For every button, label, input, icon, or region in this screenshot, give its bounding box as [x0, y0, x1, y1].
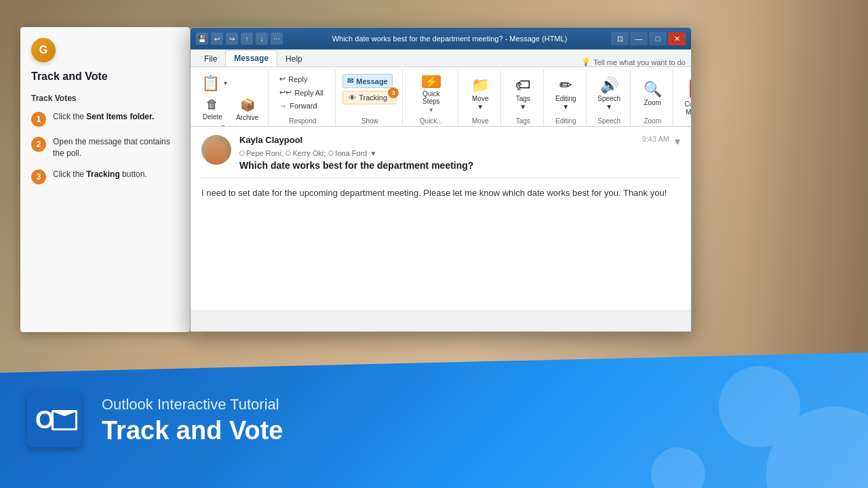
- customer-buttons: C CustomerManager: [680, 70, 691, 123]
- customer-manager-icon: C: [690, 79, 691, 98]
- reply-button[interactable]: ↩ Reply: [275, 73, 330, 85]
- respond-group-label: Respond: [289, 116, 316, 126]
- window-controls: ⊡ — □ ✕: [611, 32, 686, 45]
- email-recipients: Pepe Roni; Kerry Oki; Iona Ford ▼: [239, 149, 680, 157]
- ribbon-group-customer: C CustomerManager: [675, 70, 691, 126]
- move-icon: 📁: [471, 78, 490, 93]
- show-buttons: ✉ Message 👁 Tracking 3: [342, 70, 397, 116]
- tab-message[interactable]: Message: [225, 50, 277, 66]
- paste-button[interactable]: 📋 ▼: [199, 73, 231, 94]
- quick-steps-label: QuickSteps: [422, 90, 440, 105]
- paste-icon: 📋: [201, 75, 220, 92]
- move-button[interactable]: 📁 Move▼: [465, 73, 495, 116]
- recipient-dot-3: [328, 150, 334, 156]
- quick-steps-dropdown: ▼: [429, 107, 434, 113]
- maximize-button[interactable]: □: [649, 32, 667, 45]
- zoom-icon: 🔍: [644, 82, 662, 97]
- recipient-2: Kerry Oki;: [285, 149, 326, 157]
- zoom-buttons: 🔍 Zoom: [637, 70, 667, 116]
- more-icon[interactable]: ⋯: [271, 33, 283, 45]
- reply-all-button[interactable]: ↩↩ Reply All: [275, 86, 330, 99]
- decor-circle-3: [651, 447, 705, 488]
- tracking-badge: 3: [388, 87, 399, 98]
- redo-icon[interactable]: ↪: [226, 33, 238, 45]
- message-show-label: Message: [356, 77, 387, 85]
- undo-icon[interactable]: ↩: [211, 33, 223, 45]
- tell-me-text: Tell me what you want to do: [593, 58, 686, 66]
- move-buttons: 📁 Move▼: [465, 70, 495, 116]
- panel-subtitle: Track Votes: [31, 94, 179, 103]
- respond-buttons: ↩ Reply ↩↩ Reply All → Forward: [275, 70, 330, 116]
- tags-icon: 🏷: [515, 78, 530, 93]
- zoom-button[interactable]: 🔍 Zoom: [637, 73, 667, 116]
- archive-label: Archive: [236, 114, 258, 121]
- tell-me-bar[interactable]: 💡 Tell me what you want to do: [581, 58, 686, 66]
- down-icon[interactable]: ↓: [256, 33, 268, 45]
- tags-button[interactable]: 🏷 Tags▼: [508, 73, 538, 116]
- outlook-envelope-icon: [52, 410, 77, 430]
- decor-circle-2: [719, 366, 800, 447]
- speech-icon: 🔊: [600, 78, 618, 93]
- forward-icon: →: [279, 102, 287, 110]
- resize-icon[interactable]: ⊡: [611, 32, 629, 45]
- quick-steps-button[interactable]: ⚡ QuickSteps ▼: [416, 73, 446, 116]
- banner-text: Outlook Interactive Tutorial Track and V…: [102, 396, 283, 445]
- sender-name: Kayla Claypool: [239, 135, 302, 145]
- forward-button[interactable]: → Forward: [275, 100, 330, 112]
- ribbon-group-delete: 📋 ▼ 🗑 Delete 📦 Archive Delete: [193, 70, 269, 126]
- zoom-label: Zoom: [644, 99, 661, 107]
- title-bar-icons: 💾 ↩ ↪ ↑ ↓ ⋯: [196, 33, 283, 45]
- tags-group-label: Tags: [516, 116, 530, 126]
- tags-label: Tags▼: [516, 95, 530, 111]
- speech-button[interactable]: 🔊 Speech▼: [593, 73, 625, 116]
- avatar-image: [206, 140, 226, 165]
- step-1: 1 Click the Sent Items folder.: [31, 111, 179, 127]
- step-number-3: 3: [31, 169, 46, 184]
- ribbon-group-zoom: 🔍 Zoom Zoom: [632, 70, 673, 126]
- message-show-button[interactable]: ✉ Message: [342, 74, 392, 88]
- minimize-button[interactable]: —: [630, 32, 648, 45]
- reply-label: Reply: [288, 75, 307, 83]
- archive-icon: 📦: [240, 98, 255, 113]
- tracking-button[interactable]: 👁 Tracking 3: [342, 91, 397, 104]
- step-number-2: 2: [31, 137, 46, 152]
- quick-steps-icon: ⚡: [422, 75, 441, 88]
- editing-label: Editing▼: [555, 95, 576, 111]
- lightbulb-icon: 💡: [581, 58, 591, 66]
- tracking-label: Tracking: [359, 94, 387, 102]
- expand-email-button[interactable]: ▾: [675, 135, 680, 148]
- delete-icon: 🗑: [206, 98, 218, 112]
- step-3: 3 Click the Tracking button.: [31, 169, 179, 184]
- title-bar: 💾 ↩ ↪ ↑ ↓ ⋯ Which date works best for th…: [191, 28, 691, 49]
- customer-manager-button[interactable]: C CustomerManager: [680, 77, 691, 120]
- paste-dropdown: ▼: [222, 80, 229, 87]
- forward-label: Forward: [290, 102, 317, 110]
- ribbon-group-move: 📁 Move▼ Move: [460, 70, 501, 126]
- step-2: 2 Open the message that contains the pol…: [31, 136, 179, 159]
- reply-icon: ↩: [279, 75, 285, 83]
- tags-buttons: 🏷 Tags▼: [508, 70, 538, 116]
- tab-file[interactable]: File: [196, 52, 225, 66]
- step-text-3: Click the Tracking button.: [53, 169, 147, 180]
- tracking-icon: 👁: [349, 94, 356, 102]
- up-icon[interactable]: ↑: [241, 33, 253, 45]
- ribbon-group-show: ✉ Message 👁 Tracking 3 Show: [337, 70, 403, 126]
- recipient-3: Iona Ford ▼: [328, 149, 376, 157]
- outlook-window: 💾 ↩ ↪ ↑ ↓ ⋯ Which date works best for th…: [190, 27, 692, 332]
- move-group-label: Move: [472, 116, 488, 126]
- move-label: Move▼: [472, 95, 488, 111]
- more-recipients-icon[interactable]: ▼: [370, 150, 376, 157]
- bottom-banner: O Outlook Interactive Tutorial Track and…: [0, 352, 868, 488]
- window-title: Which date works best for the department…: [288, 35, 611, 43]
- speech-label: Speech▼: [597, 95, 620, 111]
- outlook-logo-letter: O: [35, 406, 54, 434]
- zoom-group-label: Zoom: [644, 116, 661, 126]
- editing-button[interactable]: ✏ Editing▼: [551, 73, 580, 116]
- archive-button[interactable]: 📦 Archive: [232, 96, 262, 123]
- delete-button[interactable]: 🗑 Delete: [199, 96, 226, 123]
- speech-buttons: 🔊 Speech▼: [593, 70, 625, 116]
- save-icon[interactable]: 💾: [196, 33, 208, 45]
- ribbon-group-editing: ✏ Editing▼ Editing: [545, 70, 587, 126]
- editing-icon: ✏: [559, 78, 572, 93]
- tab-help[interactable]: Help: [277, 52, 311, 66]
